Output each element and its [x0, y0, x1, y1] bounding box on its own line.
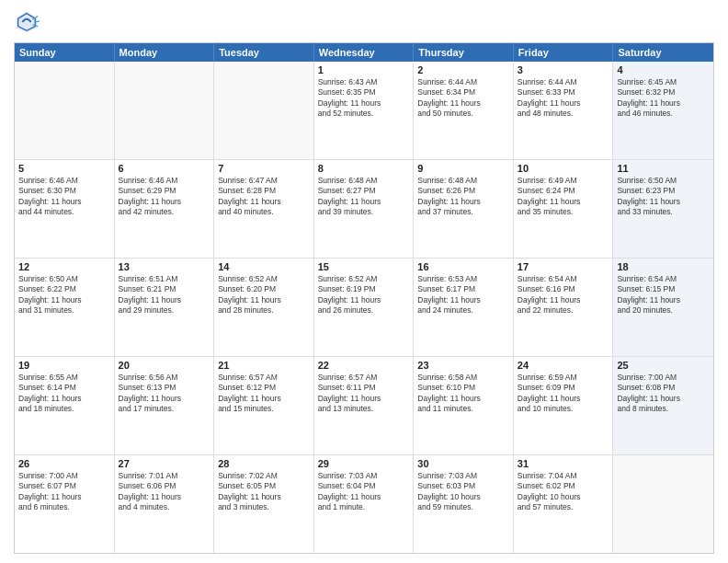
cell-text: Sunrise: 6:58 AM Sunset: 6:10 PM Dayligh… [417, 373, 509, 415]
day-number: 6 [119, 163, 210, 174]
cell-text: Sunrise: 6:53 AM Sunset: 6:17 PM Dayligh… [417, 274, 509, 316]
cell-text: Sunrise: 6:49 AM Sunset: 6:24 PM Dayligh… [518, 176, 609, 218]
calendar: SundayMondayTuesdayWednesdayThursdayFrid… [14, 42, 714, 554]
calendar-cell: 30Sunrise: 7:03 AM Sunset: 6:03 PM Dayli… [414, 455, 514, 553]
day-number: 18 [617, 261, 710, 272]
logo [14, 9, 43, 35]
day-number: 23 [417, 360, 509, 371]
day-number: 8 [318, 163, 410, 174]
cal-header-cell: Tuesday [214, 43, 314, 62]
day-number: 10 [518, 163, 609, 174]
calendar-cell: 9Sunrise: 6:48 AM Sunset: 6:26 PM Daylig… [414, 160, 514, 258]
calendar-cell [15, 62, 115, 159]
calendar-cell: 15Sunrise: 6:52 AM Sunset: 6:19 PM Dayli… [314, 259, 415, 356]
calendar-cell: 28Sunrise: 7:02 AM Sunset: 6:05 PM Dayli… [214, 455, 314, 553]
day-number: 1 [318, 64, 410, 75]
calendar-cell: 6Sunrise: 6:46 AM Sunset: 6:29 PM Daylig… [115, 160, 215, 258]
cell-text: Sunrise: 6:44 AM Sunset: 6:34 PM Dayligh… [417, 77, 509, 120]
calendar-row: 1Sunrise: 6:43 AM Sunset: 6:35 PM Daylig… [15, 62, 713, 160]
page: SundayMondayTuesdayWednesdayThursdayFrid… [0, 0, 728, 563]
calendar-cell: 31Sunrise: 7:04 AM Sunset: 6:02 PM Dayli… [514, 455, 614, 553]
cal-header-cell: Sunday [15, 43, 115, 62]
cell-text: Sunrise: 7:03 AM Sunset: 6:04 PM Dayligh… [318, 471, 410, 513]
cal-header-cell: Wednesday [314, 43, 415, 62]
calendar-cell [214, 62, 314, 159]
calendar-cell: 23Sunrise: 6:58 AM Sunset: 6:10 PM Dayli… [414, 357, 514, 454]
day-number: 7 [218, 163, 310, 174]
cell-text: Sunrise: 6:51 AM Sunset: 6:21 PM Dayligh… [119, 274, 210, 316]
cell-text: Sunrise: 6:44 AM Sunset: 6:33 PM Dayligh… [518, 77, 609, 120]
cell-text: Sunrise: 6:46 AM Sunset: 6:29 PM Dayligh… [119, 176, 210, 218]
calendar-cell: 25Sunrise: 7:00 AM Sunset: 6:08 PM Dayli… [613, 357, 713, 454]
cell-text: Sunrise: 6:48 AM Sunset: 6:26 PM Dayligh… [417, 176, 509, 218]
cell-text: Sunrise: 6:54 AM Sunset: 6:15 PM Dayligh… [617, 274, 710, 316]
calendar-cell: 20Sunrise: 6:56 AM Sunset: 6:13 PM Dayli… [115, 357, 215, 454]
calendar-cell: 22Sunrise: 6:57 AM Sunset: 6:11 PM Dayli… [314, 357, 415, 454]
calendar-row: 19Sunrise: 6:55 AM Sunset: 6:14 PM Dayli… [15, 357, 713, 455]
cell-text: Sunrise: 6:57 AM Sunset: 6:12 PM Dayligh… [218, 373, 310, 415]
day-number: 22 [318, 360, 410, 371]
day-number: 20 [119, 360, 210, 371]
logo-icon [14, 9, 40, 35]
day-number: 19 [18, 360, 110, 371]
calendar-cell: 12Sunrise: 6:50 AM Sunset: 6:22 PM Dayli… [15, 259, 115, 356]
day-number: 27 [119, 458, 210, 469]
calendar-cell: 19Sunrise: 6:55 AM Sunset: 6:14 PM Dayli… [15, 357, 115, 454]
day-number: 30 [417, 458, 509, 469]
calendar-cell: 29Sunrise: 7:03 AM Sunset: 6:04 PM Dayli… [314, 455, 415, 553]
cell-text: Sunrise: 6:50 AM Sunset: 6:22 PM Dayligh… [18, 274, 110, 316]
cell-text: Sunrise: 6:50 AM Sunset: 6:23 PM Dayligh… [617, 176, 710, 218]
calendar-cell: 7Sunrise: 6:47 AM Sunset: 6:28 PM Daylig… [214, 160, 314, 258]
cell-text: Sunrise: 6:46 AM Sunset: 6:30 PM Dayligh… [18, 176, 110, 218]
cell-text: Sunrise: 6:52 AM Sunset: 6:19 PM Dayligh… [318, 274, 410, 316]
day-number: 14 [218, 261, 310, 272]
cell-text: Sunrise: 6:57 AM Sunset: 6:11 PM Dayligh… [318, 373, 410, 415]
calendar-cell: 13Sunrise: 6:51 AM Sunset: 6:21 PM Dayli… [115, 259, 215, 356]
calendar-cell: 4Sunrise: 6:45 AM Sunset: 6:32 PM Daylig… [613, 62, 713, 159]
cell-text: Sunrise: 6:48 AM Sunset: 6:27 PM Dayligh… [318, 176, 410, 218]
calendar-cell: 26Sunrise: 7:00 AM Sunset: 6:07 PM Dayli… [15, 455, 115, 553]
day-number: 3 [518, 64, 609, 75]
cal-header-cell: Saturday [613, 43, 713, 62]
day-number: 29 [318, 458, 410, 469]
calendar-cell: 11Sunrise: 6:50 AM Sunset: 6:23 PM Dayli… [613, 160, 713, 258]
day-number: 11 [617, 163, 710, 174]
cell-text: Sunrise: 7:00 AM Sunset: 6:08 PM Dayligh… [617, 373, 710, 415]
cell-text: Sunrise: 7:04 AM Sunset: 6:02 PM Dayligh… [518, 471, 609, 513]
calendar-row: 5Sunrise: 6:46 AM Sunset: 6:30 PM Daylig… [15, 160, 713, 259]
day-number: 4 [617, 64, 710, 75]
day-number: 9 [417, 163, 509, 174]
day-number: 15 [318, 261, 410, 272]
calendar-cell: 16Sunrise: 6:53 AM Sunset: 6:17 PM Dayli… [414, 259, 514, 356]
calendar-header: SundayMondayTuesdayWednesdayThursdayFrid… [15, 43, 713, 62]
cal-header-cell: Monday [115, 43, 215, 62]
day-number: 31 [518, 458, 609, 469]
cal-header-cell: Thursday [414, 43, 514, 62]
day-number: 28 [218, 458, 310, 469]
calendar-row: 12Sunrise: 6:50 AM Sunset: 6:22 PM Dayli… [15, 259, 713, 357]
cell-text: Sunrise: 6:47 AM Sunset: 6:28 PM Dayligh… [218, 176, 310, 218]
calendar-cell [115, 62, 215, 159]
calendar-cell: 27Sunrise: 7:01 AM Sunset: 6:06 PM Dayli… [115, 455, 215, 553]
header [14, 9, 714, 35]
calendar-cell [613, 455, 713, 553]
calendar-cell: 14Sunrise: 6:52 AM Sunset: 6:20 PM Dayli… [214, 259, 314, 356]
day-number: 5 [18, 163, 110, 174]
calendar-cell: 5Sunrise: 6:46 AM Sunset: 6:30 PM Daylig… [15, 160, 115, 258]
cell-text: Sunrise: 7:02 AM Sunset: 6:05 PM Dayligh… [218, 471, 310, 513]
calendar-cell: 1Sunrise: 6:43 AM Sunset: 6:35 PM Daylig… [314, 62, 415, 159]
calendar-cell: 2Sunrise: 6:44 AM Sunset: 6:34 PM Daylig… [414, 62, 514, 159]
cell-text: Sunrise: 6:43 AM Sunset: 6:35 PM Dayligh… [318, 77, 410, 120]
cell-text: Sunrise: 7:00 AM Sunset: 6:07 PM Dayligh… [18, 471, 110, 513]
day-number: 2 [417, 64, 509, 75]
calendar-cell: 10Sunrise: 6:49 AM Sunset: 6:24 PM Dayli… [514, 160, 614, 258]
day-number: 13 [119, 261, 210, 272]
cell-text: Sunrise: 7:03 AM Sunset: 6:03 PM Dayligh… [417, 471, 509, 513]
day-number: 24 [518, 360, 609, 371]
cell-text: Sunrise: 6:55 AM Sunset: 6:14 PM Dayligh… [18, 373, 110, 415]
day-number: 16 [417, 261, 509, 272]
cell-text: Sunrise: 6:45 AM Sunset: 6:32 PM Dayligh… [617, 77, 710, 120]
calendar-cell: 24Sunrise: 6:59 AM Sunset: 6:09 PM Dayli… [514, 357, 614, 454]
cell-text: Sunrise: 6:59 AM Sunset: 6:09 PM Dayligh… [518, 373, 609, 415]
calendar-cell: 21Sunrise: 6:57 AM Sunset: 6:12 PM Dayli… [214, 357, 314, 454]
